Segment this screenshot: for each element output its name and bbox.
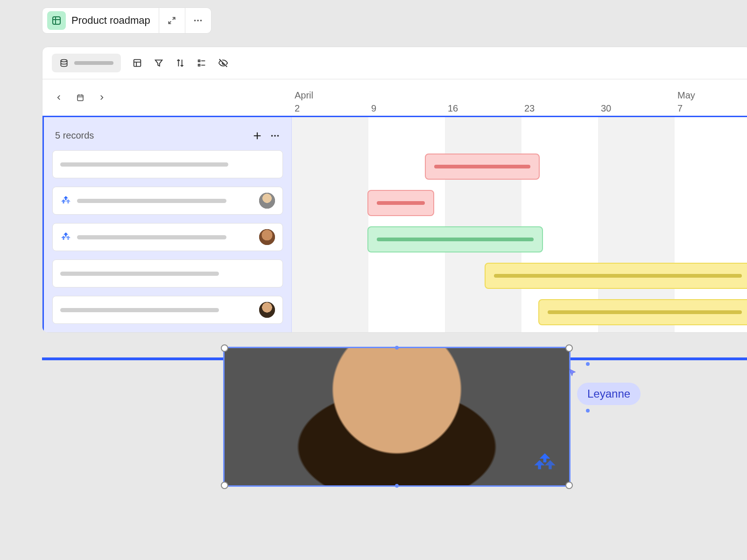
bar-content-placeholder bbox=[377, 201, 425, 205]
record-row[interactable] bbox=[52, 150, 283, 178]
gantt-chart[interactable] bbox=[292, 117, 747, 332]
svg-point-10 bbox=[274, 135, 276, 137]
avatar bbox=[259, 193, 275, 209]
svg-point-3 bbox=[200, 20, 202, 21]
jira-icon bbox=[533, 452, 557, 476]
record-title-placeholder bbox=[60, 272, 219, 276]
group-icon[interactable] bbox=[197, 58, 207, 68]
timeline-column-header: 30 bbox=[598, 90, 675, 114]
resize-handle[interactable] bbox=[565, 344, 573, 352]
selection-dot bbox=[586, 362, 590, 366]
timeline-column-header: 9 bbox=[368, 90, 445, 114]
hide-icon[interactable] bbox=[218, 58, 228, 68]
svg-rect-0 bbox=[53, 17, 60, 24]
filter-icon[interactable] bbox=[154, 58, 164, 68]
view-selector[interactable] bbox=[52, 54, 121, 72]
svg-point-11 bbox=[277, 135, 279, 137]
gantt-bar[interactable] bbox=[485, 263, 747, 289]
jira-icon bbox=[60, 195, 71, 206]
sort-icon[interactable] bbox=[175, 58, 185, 68]
svg-point-2 bbox=[197, 20, 199, 21]
record-row[interactable] bbox=[52, 296, 283, 324]
layout-icon[interactable] bbox=[132, 58, 142, 68]
resize-handle[interactable] bbox=[565, 482, 573, 489]
avatar bbox=[284, 402, 305, 423]
resize-handle[interactable] bbox=[221, 482, 228, 489]
svg-point-9 bbox=[271, 135, 273, 137]
record-row[interactable] bbox=[52, 223, 283, 251]
prev-button[interactable] bbox=[54, 92, 64, 103]
more-button[interactable] bbox=[185, 7, 211, 34]
svg-rect-7 bbox=[198, 64, 200, 66]
record-title-placeholder bbox=[77, 199, 226, 203]
next-button[interactable] bbox=[97, 92, 107, 103]
database-icon bbox=[47, 11, 66, 30]
selection-dot bbox=[395, 346, 399, 350]
timeline-panel: April29162330May7 5 records bbox=[42, 47, 747, 333]
calendar-icon[interactable] bbox=[75, 92, 85, 103]
record-row[interactable] bbox=[52, 259, 283, 287]
page-title: Product roadmap bbox=[71, 14, 150, 27]
timeline-column-header: 16 bbox=[445, 90, 521, 114]
gantt-bar[interactable] bbox=[367, 190, 434, 216]
view-name-placeholder bbox=[74, 61, 113, 65]
resize-handle[interactable] bbox=[221, 344, 228, 352]
timeline-column-header: May7 bbox=[675, 90, 747, 114]
record-row[interactable] bbox=[52, 187, 283, 215]
gantt-bar[interactable] bbox=[425, 154, 540, 180]
gantt-bar[interactable] bbox=[367, 226, 543, 252]
toolbar bbox=[42, 47, 747, 79]
gantt-bar[interactable] bbox=[538, 299, 747, 325]
months-header: April29162330May7 bbox=[292, 79, 747, 116]
records-count: 5 records bbox=[55, 130, 94, 141]
add-record-button[interactable] bbox=[252, 131, 262, 141]
bar-content-placeholder bbox=[377, 238, 534, 241]
svg-rect-8 bbox=[78, 95, 83, 101]
avatar bbox=[259, 302, 275, 318]
timeline-nav bbox=[42, 79, 292, 116]
svg-point-1 bbox=[194, 20, 196, 21]
record-title-placeholder bbox=[60, 308, 219, 312]
bar-content-placeholder bbox=[548, 310, 742, 314]
selection-dot bbox=[586, 409, 590, 413]
selection-dot bbox=[395, 484, 399, 488]
svg-point-4 bbox=[61, 60, 67, 62]
expand-button[interactable] bbox=[159, 7, 185, 34]
records-sidebar: 5 records bbox=[42, 117, 292, 332]
bar-content-placeholder bbox=[434, 165, 530, 168]
records-more-button[interactable] bbox=[270, 131, 280, 141]
record-card[interactable] bbox=[223, 347, 571, 487]
svg-rect-5 bbox=[134, 60, 141, 67]
timeline-column-header: 23 bbox=[521, 90, 598, 114]
collaborator-tag: Leyanne bbox=[577, 383, 641, 405]
jira-icon bbox=[60, 231, 71, 243]
assignee-property[interactable] bbox=[277, 398, 403, 427]
page-tab[interactable]: Product roadmap bbox=[42, 7, 159, 34]
timeline-column-header: April2 bbox=[292, 90, 368, 114]
svg-rect-6 bbox=[198, 60, 200, 62]
avatar bbox=[259, 229, 275, 245]
record-title-placeholder bbox=[60, 162, 228, 167]
record-title-placeholder bbox=[77, 235, 226, 239]
bar-content-placeholder bbox=[494, 274, 742, 278]
collaborator-cursor bbox=[568, 368, 578, 380]
